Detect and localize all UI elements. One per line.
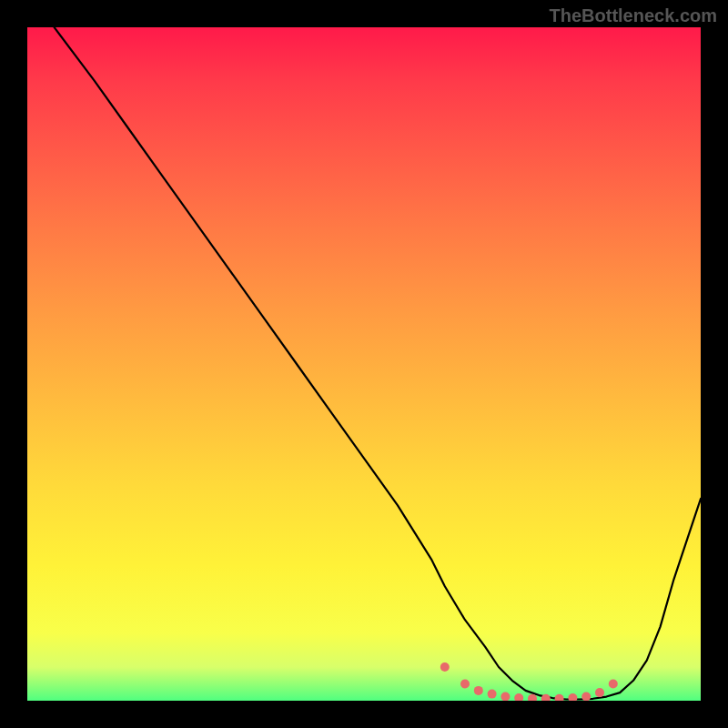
valley-dot — [460, 680, 470, 689]
valley-dot — [555, 694, 564, 701]
valley-dot — [440, 662, 450, 672]
valley-dot — [474, 686, 483, 695]
chart-svg — [27, 27, 701, 701]
curve-path — [55, 27, 701, 700]
valley-dot — [568, 693, 577, 701]
valley-dot — [581, 693, 591, 701]
chart-plot-area — [27, 27, 701, 701]
valley-dot — [488, 690, 497, 699]
valley-dot — [595, 688, 604, 697]
valley-dot — [514, 693, 523, 701]
valley-dots-group — [440, 662, 618, 701]
valley-dot — [500, 693, 510, 701]
valley-dot — [609, 680, 618, 689]
watermark-label: TheBottleneck.com — [550, 5, 717, 26]
